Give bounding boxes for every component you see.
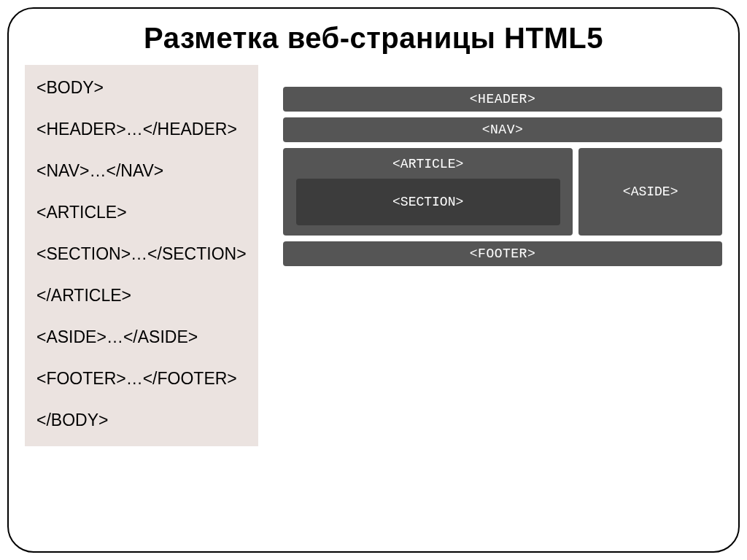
diagram-header-box: <HEADER>: [283, 87, 722, 112]
code-listing: <BODY> <HEADER>…</HEADER> <NAV>…</NAV> <…: [25, 65, 258, 446]
diagram-article-label: <ARTICLE>: [392, 157, 463, 171]
code-line-footer: <FOOTER>…</FOOTER>: [36, 369, 247, 389]
code-line-article-close: </ARTICLE>: [36, 286, 247, 306]
diagram-footer-box: <FOOTER>: [283, 241, 722, 266]
slide-title: Разметка веб-страницы HTML5: [25, 22, 722, 55]
code-line-section: <SECTION>…</SECTION>: [36, 244, 247, 264]
layout-diagram: <HEADER> <NAV> <ARTICLE> <SECTION> <ASID…: [283, 65, 722, 272]
slide-content: <BODY> <HEADER>…</HEADER> <NAV>…</NAV> <…: [25, 65, 722, 446]
code-line-nav: <NAV>…</NAV>: [36, 161, 247, 181]
diagram-aside-box: <ASIDE>: [578, 148, 722, 236]
code-line-body-open: <BODY>: [36, 78, 247, 98]
diagram-section-box: <SECTION>: [296, 179, 560, 225]
diagram-middle-row: <ARTICLE> <SECTION> <ASIDE>: [283, 148, 722, 236]
code-line-body-close: </BODY>: [36, 411, 247, 430]
code-line-aside: <ASIDE>…</ASIDE>: [36, 327, 247, 347]
slide-frame: Разметка веб-страницы HTML5 <BODY> <HEAD…: [7, 7, 740, 553]
code-line-header: <HEADER>…</HEADER>: [36, 120, 247, 139]
diagram-nav-box: <NAV>: [283, 117, 722, 142]
diagram-article-box: <ARTICLE> <SECTION>: [283, 148, 573, 236]
code-line-article-open: <ARTICLE>: [36, 203, 247, 222]
